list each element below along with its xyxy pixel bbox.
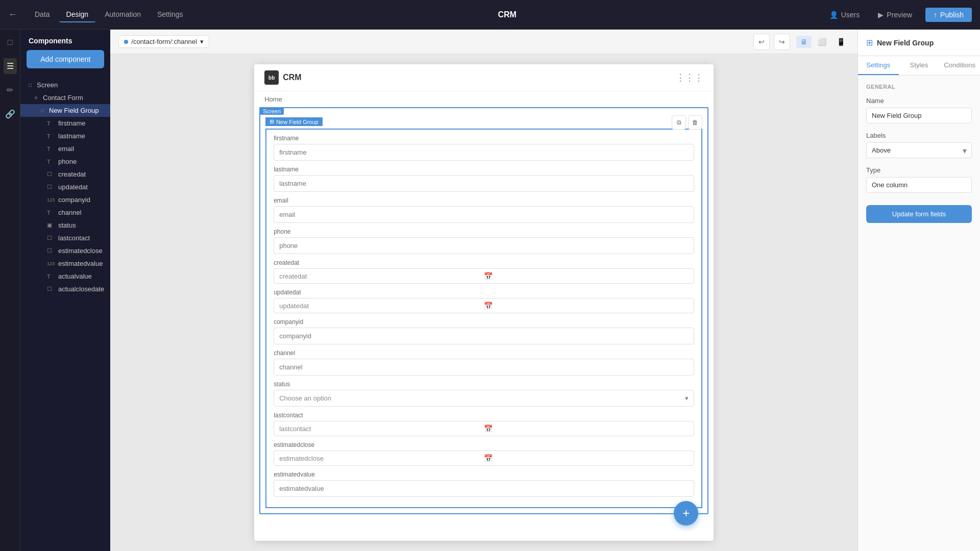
tab-styles[interactable]: Styles	[899, 56, 940, 75]
rp-label-type: Type	[866, 166, 972, 174]
sidebar-icon-bar: □ ☰ ✏ 🔗	[0, 30, 20, 551]
copy-field-group-button[interactable]: ⧉	[672, 115, 686, 130]
tree-item-new-field-group[interactable]: □ New Field Group	[20, 104, 110, 117]
rp-select-labels-wrapper: Above	[866, 142, 972, 158]
field-group-icon: □	[39, 108, 46, 113]
tree-item-firstname[interactable]: T firstname	[20, 117, 110, 130]
field-email: email	[274, 197, 694, 223]
calendar-icon-lastcontact[interactable]: 📅	[484, 424, 689, 433]
input-estimatedclose[interactable]: estimatedclose 📅	[274, 450, 694, 466]
tree-item-phone[interactable]: T phone	[20, 155, 110, 168]
label-estimatedvalue: estimatedvalue	[274, 471, 694, 478]
mobile-icon[interactable]: 📱	[832, 36, 849, 48]
label-lastcontact: lastcontact	[274, 412, 694, 419]
rp-select-labels[interactable]: Above	[866, 142, 972, 158]
tree-item-channel[interactable]: T channel	[20, 206, 110, 219]
input-lastname[interactable]	[274, 175, 694, 192]
fab-add-button[interactable]: +	[674, 501, 698, 525]
field-group-badge-icon: ⊞	[270, 118, 274, 125]
center-canvas: /contact-form/:channel ▾ ↩ ↪ 🖥 ⬜ 📱 bb CR…	[110, 30, 857, 551]
field-channel: channel	[274, 349, 694, 375]
date-icon-estimatedclose: ☐	[47, 247, 55, 254]
publish-button[interactable]: ↑ Publish	[925, 8, 972, 22]
sidebar-icon-screen[interactable]: □	[5, 35, 16, 50]
tree-item-estimatedclose[interactable]: ☐ estimatedclose	[20, 244, 110, 257]
sidebar-icon-links[interactable]: 🔗	[2, 106, 18, 122]
left-container: □ ☰ ✏ 🔗 Components Add component □ Scree…	[0, 30, 110, 551]
label-lastname: lastname	[274, 166, 694, 173]
input-phone[interactable]	[274, 237, 694, 254]
tree-item-status[interactable]: ▣ status	[20, 219, 110, 232]
input-lastcontact[interactable]: lastcontact 📅	[274, 421, 694, 436]
canvas-area[interactable]: bb CRM ⋮⋮⋮ Home Screen ⧉ 🗑	[110, 54, 857, 551]
label-createdat: createdat	[274, 259, 694, 266]
desktop-icon[interactable]: 🖥	[796, 36, 812, 48]
calendar-icon-estimatedclose[interactable]: 📅	[484, 454, 689, 462]
back-button[interactable]: ←	[8, 9, 17, 20]
input-companyid[interactable]	[274, 328, 694, 344]
publish-icon: ↑	[934, 11, 937, 19]
tab-settings[interactable]: Settings	[150, 7, 190, 22]
nav-tabs: Data Design Automation Settings	[28, 7, 190, 22]
tree-item-lastname[interactable]: T lastname	[20, 130, 110, 142]
field-lastname: lastname	[274, 166, 694, 192]
tree-item-contact-form[interactable]: ≡ Contact Form	[20, 91, 110, 104]
users-button[interactable]: 👤 Users	[824, 8, 865, 22]
path-selector[interactable]: /contact-form/:channel ▾	[118, 35, 209, 48]
tab-conditions[interactable]: Conditions	[939, 56, 980, 75]
input-firstname[interactable]	[274, 144, 694, 161]
label-email: email	[274, 197, 694, 204]
tree-item-lastcontact[interactable]: ☐ lastcontact	[20, 232, 110, 244]
number-icon-companyid: 123	[47, 197, 55, 203]
update-form-fields-button[interactable]: Update form fields	[866, 205, 972, 223]
tree-item-actualclosedate[interactable]: ☐ actualclosedate	[20, 283, 110, 295]
app-header: bb CRM ⋮⋮⋮	[254, 64, 714, 91]
tree-item-estimatedvalue[interactable]: 123 estimatedvalue	[20, 257, 110, 270]
general-section-title: GENERAL	[866, 84, 972, 90]
tab-automation[interactable]: Automation	[97, 7, 148, 22]
tree-item-companyid[interactable]: 123 companyid	[20, 193, 110, 206]
field-group-outline: ⊞ New Field Group firstname	[265, 129, 702, 508]
app-header-menu[interactable]: ⋮⋮⋮	[676, 72, 703, 83]
tab-data[interactable]: Data	[28, 7, 57, 22]
text-icon-actualvalue: T	[47, 273, 55, 280]
input-email[interactable]	[274, 206, 694, 223]
label-channel: channel	[274, 349, 694, 357]
tree-item-createdat[interactable]: ☐ createdat	[20, 168, 110, 181]
tablet-icon[interactable]: ⬜	[814, 36, 830, 48]
right-panel-title: New Field Group	[877, 39, 934, 47]
sidebar-icon-components[interactable]: ☰	[4, 58, 17, 74]
date-icon-createdat: ☐	[47, 171, 55, 178]
app-frame: bb CRM ⋮⋮⋮ Home Screen ⧉ 🗑	[254, 64, 714, 541]
tree-item-email[interactable]: T email	[20, 142, 110, 155]
delete-field-group-button[interactable]: 🗑	[688, 115, 702, 130]
tab-settings[interactable]: Settings	[858, 56, 899, 75]
tree-item-screen[interactable]: □ Screen	[20, 79, 110, 91]
rp-label-labels: Labels	[866, 132, 972, 139]
undo-button[interactable]: ↩	[753, 34, 770, 50]
tree-item-updatedat[interactable]: ☐ updatedat	[20, 181, 110, 193]
chevron-down-icon: ▾	[200, 38, 204, 45]
select-status[interactable]: Choose an option ▾	[274, 390, 694, 407]
date-icon-lastcontact: ☐	[47, 235, 55, 241]
field-group-badge: ⊞ New Field Group	[265, 117, 323, 126]
calendar-icon-updatedat[interactable]: 📅	[484, 302, 689, 310]
sidebar-icon-styles[interactable]: ✏	[4, 82, 16, 98]
tab-design[interactable]: Design	[59, 7, 96, 22]
text-icon-channel: T	[47, 210, 55, 216]
rp-type-value: One column	[866, 177, 972, 193]
redo-button[interactable]: ↪	[774, 34, 790, 50]
calendar-icon-createdat[interactable]: 📅	[484, 272, 689, 280]
label-updatedat: updatedat	[274, 289, 694, 296]
input-updatedat[interactable]: updatedat 📅	[274, 298, 694, 313]
input-createdat[interactable]: createdat 📅	[274, 268, 694, 284]
field-phone: phone	[274, 228, 694, 254]
input-channel[interactable]	[274, 359, 694, 375]
tree-item-actualvalue[interactable]: T actualvalue	[20, 270, 110, 283]
form-fields-left: firstname lastname	[266, 130, 701, 507]
add-component-button[interactable]: Add component	[27, 50, 104, 68]
rp-input-name[interactable]	[866, 108, 972, 123]
right-panel: ⊞ New Field Group Settings Styles Condit…	[857, 30, 980, 551]
input-estimatedvalue[interactable]	[274, 480, 694, 497]
preview-button[interactable]: ▶ Preview	[873, 8, 917, 22]
